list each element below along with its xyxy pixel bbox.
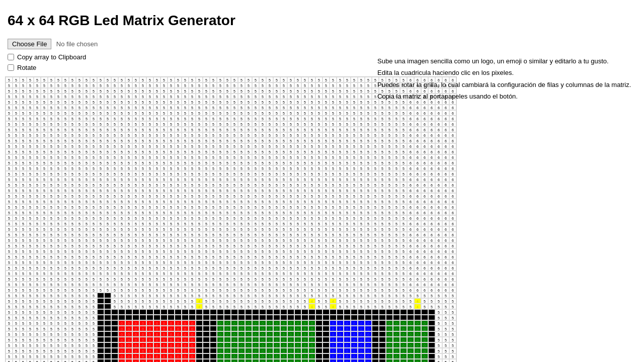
pixel-cell[interactable]: 0 (407, 348, 414, 353)
pixel-cell[interactable]: 6 (428, 232, 435, 237)
pixel-cell[interactable]: 5 (315, 287, 323, 293)
pixel-cell[interactable]: 5 (252, 188, 259, 193)
pixel-cell[interactable]: 5 (111, 127, 118, 132)
pixel-cell[interactable]: 5 (308, 276, 315, 282)
pixel-cell[interactable]: 0 (330, 326, 337, 331)
pixel-cell[interactable]: 6 (442, 237, 449, 243)
pixel-cell[interactable]: 5 (224, 298, 231, 304)
pixel-cell[interactable]: 5 (62, 199, 69, 204)
pixel-cell[interactable]: 5 (449, 293, 456, 298)
pixel-cell[interactable]: 4 (196, 298, 203, 304)
pixel-cell[interactable]: 5 (27, 88, 34, 94)
pixel-cell[interactable]: 5 (69, 121, 76, 127)
pixel-cell[interactable]: 5 (337, 88, 344, 94)
pixel-cell[interactable]: 0 (386, 326, 393, 331)
pixel-cell[interactable]: 5 (34, 210, 41, 215)
pixel-cell[interactable]: 5 (27, 94, 34, 99)
pixel-cell[interactable]: 6 (407, 259, 414, 265)
pixel-cell[interactable]: 5 (76, 293, 83, 298)
pixel-cell[interactable]: 5 (97, 143, 104, 149)
pixel-cell[interactable]: 5 (315, 182, 323, 188)
pixel-cell[interactable]: 6 (442, 121, 449, 127)
pixel-cell[interactable]: 5 (104, 110, 111, 116)
pixel-cell[interactable]: 5 (393, 127, 400, 132)
pixel-cell[interactable]: 5 (252, 116, 259, 121)
pixel-cell[interactable]: 6 (442, 232, 449, 237)
pixel-cell[interactable]: 5 (372, 132, 379, 138)
pixel-cell[interactable]: 5 (372, 215, 379, 221)
pixel-cell[interactable]: 0 (315, 348, 323, 353)
pixel-cell[interactable]: 6 (428, 193, 435, 199)
pixel-cell[interactable]: 5 (323, 298, 330, 304)
pixel-cell[interactable]: 5 (287, 188, 294, 193)
pixel-cell[interactable]: 0 (266, 342, 273, 348)
pixel-cell[interactable]: 5 (153, 193, 160, 199)
pixel-cell[interactable]: 5 (344, 105, 351, 110)
pixel-cell[interactable]: 5 (231, 254, 238, 259)
pixel-cell[interactable]: 5 (168, 88, 175, 94)
pixel-cell[interactable]: 0 (280, 326, 287, 331)
pixel-cell[interactable]: 5 (104, 287, 111, 293)
pixel-cell[interactable]: 5 (238, 165, 245, 171)
pixel-cell[interactable]: 5 (76, 99, 83, 105)
pixel-cell[interactable]: 5 (386, 199, 393, 204)
pixel-cell[interactable]: 0 (118, 315, 125, 320)
pixel-cell[interactable]: 0 (104, 320, 111, 326)
pixel-cell[interactable]: 5 (6, 232, 13, 237)
pixel-cell[interactable]: 5 (337, 276, 344, 282)
pixel-cell[interactable]: 5 (175, 188, 182, 193)
pixel-cell[interactable]: 0 (104, 326, 111, 331)
pixel-cell[interactable]: 0 (294, 353, 301, 359)
pixel-cell[interactable]: 6 (435, 193, 442, 199)
pixel-cell[interactable]: 5 (337, 199, 344, 204)
pixel-cell[interactable]: 5 (365, 188, 372, 193)
pixel-cell[interactable]: 5 (224, 154, 231, 160)
pixel-cell[interactable]: 6 (421, 287, 428, 293)
pixel-cell[interactable]: 5 (308, 121, 315, 127)
pixel-cell[interactable]: 5 (76, 287, 83, 293)
pixel-cell[interactable]: 5 (48, 199, 55, 204)
pixel-cell[interactable]: 0 (252, 337, 259, 342)
pixel-cell[interactable]: 5 (337, 116, 344, 121)
pixel-cell[interactable]: 5 (337, 243, 344, 248)
pixel-cell[interactable]: 5 (245, 121, 252, 127)
pixel-cell[interactable]: 5 (83, 82, 90, 88)
pixel-cell[interactable]: 5 (301, 154, 308, 160)
pixel-cell[interactable]: 5 (97, 254, 104, 259)
pixel-cell[interactable]: 5 (337, 127, 344, 132)
pixel-cell[interactable]: 6 (421, 243, 428, 248)
pixel-cell[interactable]: 0 (308, 337, 315, 342)
pixel-cell[interactable]: 5 (301, 265, 308, 270)
pixel-cell[interactable]: 0 (337, 331, 344, 337)
pixel-cell[interactable]: 0 (146, 353, 153, 359)
pixel-cell[interactable]: 5 (27, 210, 34, 215)
pixel-cell[interactable]: 0 (153, 331, 160, 337)
pixel-cell[interactable]: 0 (414, 342, 421, 348)
pixel-cell[interactable]: 5 (266, 77, 273, 82)
pixel-cell[interactable]: 5 (189, 127, 196, 132)
pixel-cell[interactable]: 5 (308, 110, 315, 116)
pixel-cell[interactable]: 5 (168, 304, 175, 309)
pixel-cell[interactable]: 5 (386, 259, 393, 265)
pixel-cell[interactable]: 0 (414, 326, 421, 331)
pixel-cell[interactable]: 5 (13, 132, 20, 138)
pixel-cell[interactable]: 5 (69, 143, 76, 149)
pixel-cell[interactable]: 5 (238, 221, 245, 226)
pixel-cell[interactable]: 5 (330, 265, 337, 270)
pixel-cell[interactable]: 0 (259, 353, 266, 359)
pixel-cell[interactable]: 5 (6, 171, 13, 176)
pixel-cell[interactable]: 5 (90, 326, 97, 331)
pixel-cell[interactable]: 6 (428, 204, 435, 210)
pixel-cell[interactable]: 5 (182, 105, 189, 110)
pixel-cell[interactable]: 5 (62, 132, 69, 138)
pixel-cell[interactable]: 5 (294, 226, 301, 232)
pixel-cell[interactable]: 5 (344, 182, 351, 188)
pixel-cell[interactable]: 5 (104, 259, 111, 265)
pixel-cell[interactable]: 5 (90, 165, 97, 171)
pixel-cell[interactable]: 5 (83, 265, 90, 270)
pixel-cell[interactable]: 5 (97, 199, 104, 204)
pixel-cell[interactable]: 0 (400, 342, 407, 348)
pixel-cell[interactable]: 6 (421, 176, 428, 182)
pixel-cell[interactable]: 6 (442, 149, 449, 154)
pixel-cell[interactable]: 5 (27, 110, 34, 116)
